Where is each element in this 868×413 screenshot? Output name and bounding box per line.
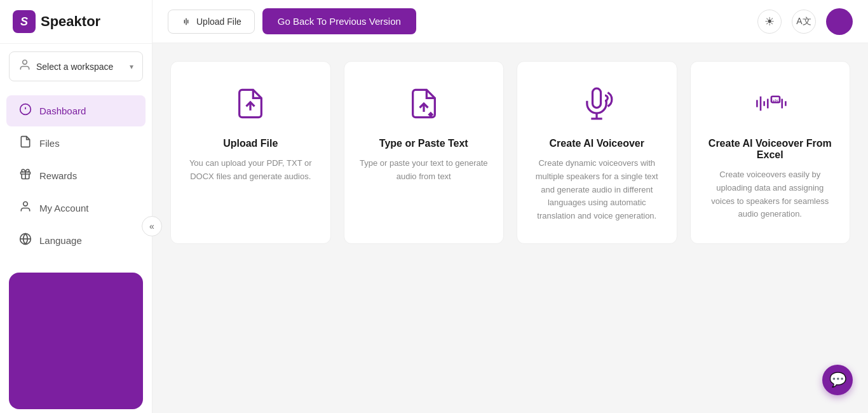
sidebar-collapse-button[interactable]: «: [142, 216, 162, 236]
card-title: Type or Paste Text: [379, 138, 468, 149]
nav-menu: Dashboard Files Rewards My Account Langu…: [0, 89, 152, 262]
user-avatar[interactable]: [826, 8, 853, 35]
ai-voiceover-icon: [580, 87, 613, 125]
sidebar-item-my-account[interactable]: My Account: [6, 193, 146, 224]
chat-icon: 💬: [829, 372, 846, 388]
topbar: Upload File Go Back To Previous Version …: [153, 0, 868, 43]
card-description: You can upload your PDF, TXT or DOCX fil…: [186, 157, 315, 184]
sidebar-item-language[interactable]: Language: [6, 225, 146, 256]
upload-file-icon: [234, 87, 267, 125]
chat-button[interactable]: 💬: [822, 365, 853, 395]
card-title: Upload File: [223, 138, 278, 149]
upload-button-label: Upload File: [196, 17, 241, 27]
sidebar-item-label: My Account: [39, 203, 89, 213]
card-title: Create AI Voiceover From Excel: [706, 138, 835, 161]
cards-grid: Upload File You can upload your PDF, TXT…: [170, 61, 850, 244]
logo-icon: S: [13, 10, 36, 33]
translate-icon: A文: [796, 16, 811, 27]
card-upload-file[interactable]: Upload File You can upload your PDF, TXT…: [170, 61, 331, 244]
card-create-ai-voiceover-excel[interactable]: xls Create AI Voiceover From Excel Creat…: [690, 61, 851, 244]
files-icon: [19, 135, 32, 151]
upload-file-button[interactable]: Upload File: [168, 10, 255, 34]
content-area: Upload File You can upload your PDF, TXT…: [153, 43, 868, 413]
workspace-label: Select a workspace: [36, 62, 113, 72]
card-create-ai-voiceover[interactable]: Create AI Voiceover Create dynamic voice…: [517, 61, 677, 244]
my-account-icon: [19, 200, 32, 216]
card-description: Type or paste your text to generate audi…: [360, 157, 489, 184]
type-paste-icon: [407, 87, 440, 125]
logo-area: S Speaktor: [0, 0, 152, 44]
svg-point-0: [23, 60, 27, 65]
promo-card: [9, 273, 143, 409]
language-icon: [19, 233, 32, 248]
sidebar-item-label: Dashboard: [39, 105, 86, 116]
workspace-user-icon: [18, 58, 31, 74]
rewards-icon: [19, 168, 32, 184]
app-name: Speaktor: [41, 13, 100, 30]
waveform-icon: [181, 17, 191, 27]
go-back-button[interactable]: Go Back To Previous Version: [262, 8, 416, 34]
ai-voiceover-excel-icon: xls: [751, 87, 789, 125]
main-content: Upload File Go Back To Previous Version …: [153, 0, 868, 413]
sidebar-item-files[interactable]: Files: [6, 128, 146, 159]
svg-point-5: [24, 202, 28, 207]
card-description: Create dynamic voiceovers with multiple …: [532, 157, 661, 223]
sidebar-item-label: Rewards: [39, 170, 77, 181]
sidebar-item-rewards[interactable]: Rewards: [6, 160, 146, 191]
card-description: Create voiceovers easily by uploading da…: [706, 168, 835, 221]
sidebar-item-label: Files: [39, 138, 60, 149]
sidebar: S Speaktor Select a workspace ▾ Dashboar…: [0, 0, 153, 413]
sidebar-bottom: [0, 262, 152, 413]
sidebar-item-dashboard[interactable]: Dashboard: [6, 95, 146, 126]
workspace-selector[interactable]: Select a workspace ▾: [9, 51, 143, 81]
language-toggle-button[interactable]: A文: [792, 10, 816, 34]
sidebar-item-label: Language: [39, 235, 82, 246]
sun-icon: ☀: [764, 15, 775, 29]
theme-toggle-button[interactable]: ☀: [757, 10, 782, 34]
card-title: Create AI Voiceover: [550, 138, 644, 149]
card-type-paste-text[interactable]: Type or Paste Text Type or paste your te…: [344, 61, 505, 244]
chevron-down-icon: ▾: [130, 62, 133, 71]
svg-text:xls: xls: [773, 98, 778, 104]
dashboard-icon: [19, 103, 32, 119]
